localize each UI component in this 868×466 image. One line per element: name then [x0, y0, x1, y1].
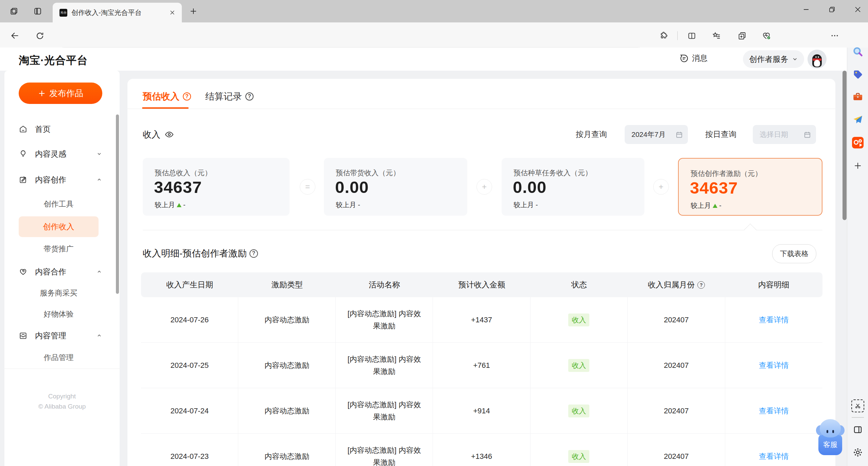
month-query-label: 按月查询 [576, 129, 607, 140]
view-details-link[interactable]: 查看详情 [759, 451, 789, 462]
sidebar-item-10[interactable]: 内容管理 [19, 326, 102, 345]
sidebar-item-label: 作品管理 [44, 353, 74, 363]
tab-close-icon[interactable] [168, 8, 177, 17]
sidebar-panel-icon[interactable] [851, 423, 865, 436]
window-restore-button[interactable] [822, 2, 841, 17]
creator-service-label: 创作者服务 [749, 54, 788, 65]
settings-more-icon[interactable] [828, 29, 841, 42]
sidebar-item-label: 内容灵感 [35, 149, 66, 159]
help-icon[interactable] [697, 281, 705, 289]
window-minimize-button[interactable] [797, 2, 816, 17]
cell-amount: +1437 [433, 297, 530, 342]
sidebar-item-11[interactable]: 作品管理 [19, 348, 99, 367]
sidebar-item-8[interactable]: 服务商采买 [19, 284, 99, 302]
operator-icon: + [476, 179, 492, 195]
stat-card-compare: 较上月- [155, 200, 186, 210]
sidebar-kuaishou-icon[interactable] [851, 136, 865, 149]
site-logo[interactable]: 淘宝·光合平台 [19, 53, 88, 68]
help-icon[interactable] [245, 92, 254, 101]
workspaces-icon[interactable] [7, 5, 20, 18]
sidebar-item-label: 内容管理 [35, 330, 66, 341]
publish-work-button[interactable]: 发布作品 [19, 83, 102, 104]
date-picker-input[interactable]: 选择日期 [753, 125, 816, 144]
view-details-link[interactable]: 查看详情 [759, 406, 789, 416]
sidebar-item-6[interactable]: 带货推广 [19, 240, 99, 258]
tab-actions-icon[interactable] [31, 5, 44, 18]
sidebar-item-5[interactable]: 创作收入 [19, 216, 99, 237]
help-icon[interactable] [183, 92, 191, 101]
collections-icon[interactable] [735, 29, 748, 42]
split-screen-icon[interactable] [685, 29, 698, 42]
download-table-button[interactable]: 下载表格 [772, 244, 816, 263]
site-favicon: 光合 [59, 9, 67, 17]
sidebar-item-2[interactable]: 内容灵感 [19, 145, 102, 163]
web-capture-icon[interactable] [851, 399, 865, 413]
sidebar-scrollbar[interactable] [116, 114, 119, 294]
home-icon [19, 125, 28, 133]
sidebar-divider [852, 417, 864, 418]
sidebar-add-icon[interactable] [851, 159, 865, 173]
refresh-button[interactable] [33, 29, 46, 42]
stat-card-title: 预估总收入（元） [155, 168, 212, 178]
sidebar-item-1[interactable]: 首页 [19, 120, 102, 138]
stat-card-1[interactable]: 预估总收入（元）34637较上月- [143, 158, 290, 216]
tabbar-border [127, 109, 835, 109]
view-details-link[interactable]: 查看详情 [759, 315, 789, 325]
stat-card-3[interactable]: 预估种草任务收入（元）0.00较上月 - [502, 158, 644, 216]
month-picker-input[interactable]: 2024年7月 [625, 125, 688, 144]
cell-action: 查看详情 [725, 343, 822, 388]
browser-essentials-icon[interactable] [760, 29, 773, 42]
cell-type: 内容动态激励 [238, 388, 335, 433]
selected-card-pointer [744, 223, 757, 236]
user-avatar[interactable] [808, 50, 827, 69]
cell-status: 收入 [531, 297, 628, 342]
sidebar-shopping-icon[interactable] [851, 68, 865, 82]
stat-card-value: 34637 [154, 178, 202, 197]
stat-card-2[interactable]: 预估带货收入（元）0.00较上月 - [324, 158, 467, 216]
sidebar-search-icon[interactable] [851, 45, 865, 58]
help-icon[interactable] [249, 249, 258, 258]
sidebar-item-label: 首页 [35, 124, 51, 135]
stat-card-title: 预估种草任务收入（元） [514, 168, 592, 178]
month-picker-value: 2024年7月 [631, 130, 665, 139]
column-header: 预计收入金额 [433, 272, 530, 297]
eye-icon[interactable] [164, 130, 174, 139]
stat-card-value: 0.00 [335, 178, 369, 197]
favorites-bar-icon[interactable] [710, 29, 723, 42]
cell-status: 收入 [531, 343, 628, 388]
back-button[interactable] [8, 29, 21, 42]
income-table: 收入产生日期激励类型活动名称预计收入金额状态收入归属月份内容明细 2024-07… [141, 272, 822, 466]
sidebar-tools-icon[interactable] [851, 90, 865, 104]
sidebar-item-7[interactable]: 内容合作 [19, 263, 102, 281]
sidebar-item-3[interactable]: 内容创作 [19, 171, 102, 189]
chevron-icon [97, 151, 102, 157]
window-close-button[interactable] [848, 2, 867, 17]
sidebar-item-label: 内容合作 [35, 267, 66, 277]
cell-type: 内容动态激励 [238, 343, 335, 388]
page-scrollbar[interactable] [843, 71, 847, 220]
sidebar-settings-gear-icon[interactable] [851, 446, 865, 459]
tab-estimated-income[interactable]: 预估收入 [143, 88, 191, 105]
sidebar-item-4[interactable]: 创作工具 [19, 195, 99, 213]
status-badge: 收入 [568, 405, 589, 417]
new-tab-button[interactable] [188, 5, 199, 17]
sidebar-item-9[interactable]: 好物体验 [19, 305, 99, 323]
status-badge: 收入 [568, 313, 589, 326]
cell-month: 202407 [628, 388, 725, 433]
operator-icon: = [300, 179, 315, 195]
creator-service-dropdown[interactable]: 创作者服务 [743, 50, 804, 68]
stat-card-4[interactable]: 预估创作者激励（元）34637较上月- [678, 158, 822, 216]
cell-action: 查看详情 [725, 434, 822, 466]
tab-settlement-records[interactable]: 结算记录 [205, 88, 254, 105]
customer-service-float[interactable]: 客服 [814, 416, 845, 458]
sidebar-item-label: 好物体验 [44, 309, 74, 319]
sidebar-send-icon[interactable] [851, 113, 865, 126]
extensions-icon[interactable] [657, 29, 670, 42]
table-row: 2024-07-23内容动态激励[内容动态激励] 内容效果激励+1346收入20… [141, 434, 822, 466]
view-details-link[interactable]: 查看详情 [759, 360, 789, 371]
browser-tab[interactable]: 光合 创作收入-淘宝光合平台 [53, 3, 182, 22]
calendar-icon [803, 131, 811, 139]
messages-button[interactable]: 消息 [679, 53, 708, 64]
trend-up-icon [713, 204, 717, 208]
edit-document-icon [19, 175, 28, 184]
